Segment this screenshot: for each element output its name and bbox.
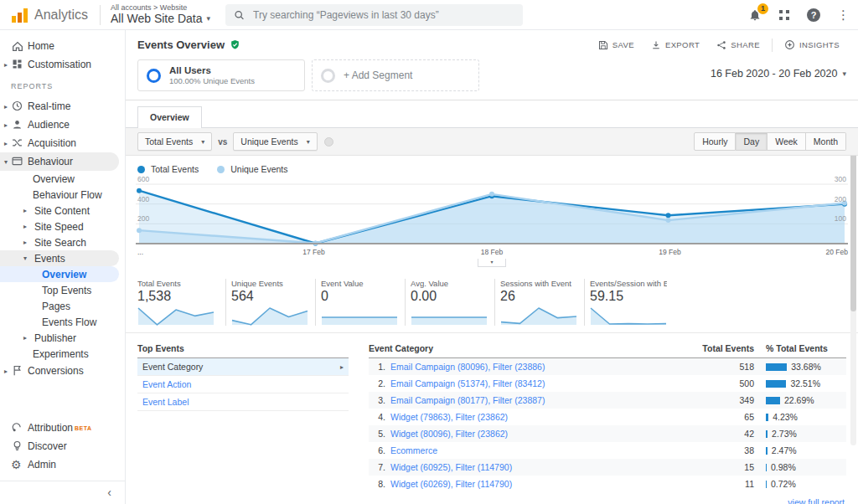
x-axis-labels: ... 17 Feb 18 Feb 19 Feb 20 Feb <box>136 248 848 259</box>
event-category-link[interactable]: Widget (79863), Filter (23862) <box>390 412 508 422</box>
dimension-event-category[interactable]: Event Category ▸ <box>137 358 349 376</box>
gear-icon: ⚙ <box>11 458 24 471</box>
sidebar-item-site-speed[interactable]: ▸Site Speed <box>0 219 125 234</box>
sidebar-collapse-button[interactable]: ‹ <box>0 481 125 502</box>
granularity-hourly-button[interactable]: Hourly <box>694 132 736 151</box>
main-content: Events Overview SAVE EXPORT SHARE <box>126 30 858 504</box>
sidebar-item-events-overview[interactable]: Overview <box>0 266 119 282</box>
search-bar[interactable] <box>225 4 523 26</box>
date-range-label: 16 Feb 2020 - 20 Feb 2020 <box>711 68 838 80</box>
scorecard-label: Unique Events <box>231 279 308 288</box>
granularity-week-button[interactable]: Week <box>768 132 806 151</box>
percent-bar <box>766 464 767 471</box>
scorecard-sessions-with-event[interactable]: Sessions with Event 26 <box>494 279 584 326</box>
sidebar-item-label: Publisher <box>34 332 76 344</box>
segment-all-users[interactable]: All Users 100.00% Unique Events <box>137 59 305 91</box>
sidebar-item-audience[interactable]: ▸ Audience <box>0 116 125 134</box>
event-category-link[interactable]: Ecommerce <box>390 445 437 455</box>
scorecard-value: 26 <box>500 289 577 304</box>
metric-b-dropdown[interactable]: Unique Events ▾ <box>233 132 317 151</box>
sidebar-item-behaviour-flow[interactable]: Behaviour Flow <box>0 187 125 203</box>
save-button[interactable]: SAVE <box>592 37 641 54</box>
tables-section: Top Events Event Category ▸ Event Action… <box>126 333 858 504</box>
scorecard-avg-value[interactable]: Avg. Value 0.00 <box>405 279 494 326</box>
table-row: 2.Email Campaign (51374), Filter (83412)… <box>369 375 846 392</box>
segment-ring-icon <box>147 69 161 83</box>
event-category-link[interactable]: Email Campaign (51374), Filter (83412) <box>390 378 545 388</box>
account-selector[interactable]: All accounts > Website All Web Site Data… <box>111 4 210 25</box>
sidebar-item-conversions[interactable]: ▸ Conversions <box>0 362 125 380</box>
dimension-event-label[interactable]: Event Label <box>137 393 349 411</box>
view-full-report-link[interactable]: view full report <box>788 497 845 504</box>
scrollbar[interactable] <box>850 147 856 445</box>
sidebar-item-events[interactable]: ▾Events <box>0 250 119 266</box>
add-segment-button[interactable]: + Add Segment <box>312 59 479 91</box>
export-button[interactable]: EXPORT <box>644 37 706 54</box>
sidebar-item-site-search[interactable]: ▸Site Search <box>0 234 125 250</box>
metric-a-dropdown[interactable]: Total Events ▾ <box>137 132 212 151</box>
event-category-link[interactable]: Widget (60925), Filter (114790) <box>390 462 512 472</box>
sidebar-item-acquisition[interactable]: ▸ Acquisition <box>0 134 125 152</box>
event-category-link[interactable]: Widget (80096), Filter (23862) <box>390 429 508 439</box>
sidebar-item-realtime[interactable]: ▸ Real-time <box>0 97 125 116</box>
sidebar-item-label: Conversions <box>28 365 84 377</box>
flag-icon <box>11 364 24 378</box>
sidebar-item-admin[interactable]: ⚙ Admin <box>0 455 125 474</box>
divider <box>772 39 773 52</box>
event-category-link[interactable]: Email Campaign (80096), Filter (23886) <box>390 362 545 372</box>
sidebar-item-discover[interactable]: Discover <box>0 437 125 455</box>
scorecard-event-value[interactable]: Event Value 0 <box>315 279 405 326</box>
event-category-link[interactable]: Email Campaign (80177), Filter (23887) <box>390 395 545 405</box>
granularity-day-button[interactable]: Day <box>736 132 768 151</box>
notifications-button[interactable]: 1 <box>748 8 762 22</box>
sidebar-item-attribution[interactable]: Attribution BETA <box>0 419 125 437</box>
search-input[interactable] <box>253 9 514 21</box>
sidebar-item-label: Behaviour Flow <box>33 189 102 201</box>
table-row: 4.Widget (79863), Filter (23862) 65 4.23… <box>369 409 846 425</box>
help-button[interactable]: ? <box>807 8 820 22</box>
granularity-month-button[interactable]: Month <box>806 132 846 151</box>
sidebar-item-behaviour[interactable]: ▾ Behaviour <box>0 152 119 171</box>
share-button[interactable]: SHARE <box>710 37 767 54</box>
x-axis-tick: 20 Feb <box>826 248 848 256</box>
chevron-left-icon: ‹ <box>107 486 111 499</box>
sidebar-item-pages[interactable]: Pages <box>0 298 125 314</box>
scrollbar-thumb[interactable] <box>850 147 856 311</box>
notification-badge: 1 <box>757 3 768 14</box>
more-menu-button[interactable]: ⋮ <box>837 8 850 23</box>
sidebar-item-label: Behaviour <box>28 156 73 167</box>
chart-section: Total Events Unique Events 600 400 200 3… <box>126 156 858 267</box>
date-range-picker[interactable]: 16 Feb 2020 - 20 Feb 2020 ▾ <box>711 68 846 80</box>
scorecard-events-per-session[interactable]: Events/Session with Event 59.15 <box>584 279 674 326</box>
y-axis-tick: 400 <box>137 195 149 203</box>
sidebar-item-home[interactable]: Home <box>0 37 125 55</box>
percent-value: 33.68% <box>791 362 821 372</box>
scorecard-total-events[interactable]: Total Events 1,538 <box>136 279 225 326</box>
scorecard-value: 59.15 <box>590 289 667 304</box>
sidebar-item-behaviour-overview[interactable]: Overview <box>0 171 125 187</box>
dimension-event-action[interactable]: Event Action <box>137 376 349 393</box>
sidebar-item-customisation[interactable]: ▸ Customisation <box>0 55 125 74</box>
percent-value: 22.69% <box>784 395 814 405</box>
table-row: 8.Widget (60269), Filter (114790) 11 0.7… <box>369 476 846 492</box>
insights-button[interactable]: INSIGHTS <box>778 36 846 54</box>
sidebar-item-publisher[interactable]: ▸Publisher <box>0 330 125 346</box>
sidebar-item-site-content[interactable]: ▸Site Content <box>0 203 125 219</box>
share-icon <box>716 40 726 50</box>
percent-bar <box>766 447 768 455</box>
chart-annotations-expander[interactable]: ▾ <box>478 259 506 267</box>
dimension-label: Event Action <box>142 379 191 389</box>
apps-grid-button[interactable] <box>778 9 790 21</box>
sidebar-item-experiments[interactable]: Experiments <box>0 346 125 362</box>
sidebar-item-top-events[interactable]: Top Events <box>0 282 125 298</box>
sidebar-item-events-flow[interactable]: Events Flow <box>0 314 125 330</box>
total-events-value: 518 <box>695 362 754 372</box>
insights-label: INSIGHTS <box>799 40 840 49</box>
tab-overview[interactable]: Overview <box>137 106 202 128</box>
chevron-down-icon: ▾ <box>207 15 211 23</box>
y2-axis-tick: 300 <box>835 175 846 183</box>
total-events-value: 42 <box>695 429 754 439</box>
event-category-link[interactable]: Widget (60269), Filter (114790) <box>390 479 512 489</box>
scorecard-label: Event Value <box>321 279 398 288</box>
scorecard-unique-events[interactable]: Unique Events 564 <box>225 279 315 326</box>
